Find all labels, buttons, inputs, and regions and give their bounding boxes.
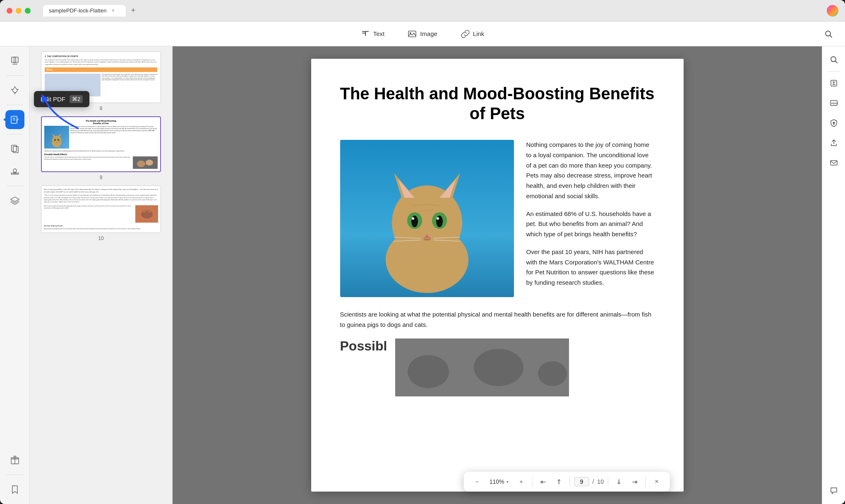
thumbnail-page-10[interactable]: Still, it's truly impossible to solve th… bbox=[35, 185, 167, 241]
thumbnail-num-9: 9 bbox=[100, 175, 103, 180]
svg-point-50 bbox=[412, 217, 414, 220]
zoom-selector[interactable]: 110% ▾ bbox=[486, 478, 512, 485]
tooltip-shortcut: ⌘2 bbox=[70, 95, 83, 103]
right-toolbar: PDF/A bbox=[822, 46, 845, 504]
svg-point-25 bbox=[54, 139, 56, 141]
thumb-page10-animals-text: Many people with disabilities often have… bbox=[44, 228, 158, 230]
pdf-possible-image bbox=[395, 338, 569, 396]
svg-point-18 bbox=[13, 169, 17, 172]
first-page-button[interactable]: ⇤ bbox=[536, 475, 550, 488]
image-tool-icon bbox=[408, 29, 417, 38]
image-tool-button[interactable]: Image bbox=[403, 27, 442, 41]
thumb-bottom-text: Scientists are looking at what the poten… bbox=[44, 150, 158, 152]
email-button[interactable] bbox=[826, 154, 842, 171]
next-pages-button[interactable]: ⇓ bbox=[612, 475, 626, 488]
svg-point-60 bbox=[538, 361, 567, 386]
thumb-title-9: The Health and Mood-BoostingBenefits of … bbox=[44, 120, 158, 125]
protect-button[interactable] bbox=[826, 115, 842, 131]
pdf-text-column: Nothing compares to the joy of coming ho… bbox=[526, 140, 655, 297]
thumb-page10-body: Still, it's truly to answer this topic b… bbox=[44, 205, 134, 209]
thumb-text-9: Nothing compares to the joy of coming ho… bbox=[70, 126, 158, 149]
thumb-page10-quote: "There is so far answer about how a cat … bbox=[44, 194, 158, 203]
thumbnail-frame-10[interactable]: Still, it's truly impossible to solve th… bbox=[41, 185, 161, 233]
thumb-bottom-9: Scientists are looking at what the poten… bbox=[44, 150, 158, 169]
link-tool-icon bbox=[461, 29, 470, 38]
sidebar-reader-button[interactable] bbox=[5, 51, 24, 70]
zoom-out-button[interactable]: − bbox=[471, 475, 484, 488]
sidebar-stamp-button[interactable] bbox=[5, 162, 24, 181]
close-pagination-button[interactable]: × bbox=[650, 475, 663, 488]
comment-button[interactable] bbox=[826, 482, 842, 499]
sidebar-layers-button[interactable] bbox=[5, 191, 24, 210]
thumb-cat-image bbox=[44, 126, 69, 149]
prev-pages-button[interactable]: ⇑ bbox=[552, 475, 565, 488]
thumbnail-frame-9[interactable]: The Health and Mood-BoostingBenefits of … bbox=[41, 116, 161, 172]
zoom-in-button[interactable]: + bbox=[514, 475, 528, 488]
thumb-page8-desc: The composition of interest points, here… bbox=[102, 74, 158, 100]
pag-divider-1 bbox=[532, 477, 532, 487]
thumbnail-panel[interactable]: 3. THE COMPOSITION OF POINTS The composi… bbox=[30, 46, 173, 504]
sidebar-divider-3 bbox=[7, 134, 23, 134]
right-divider-1 bbox=[828, 71, 840, 72]
pdf-content-area[interactable]: The Health and Mood-Boosting Benefits of… bbox=[173, 46, 822, 504]
sidebar-divider-4 bbox=[7, 186, 23, 186]
edit-pdf-tooltip: Edit PDF ⌘2 bbox=[34, 91, 89, 107]
zoom-value: 110% bbox=[490, 478, 504, 485]
sidebar-highlight-button[interactable] bbox=[5, 81, 24, 100]
thumbnail-num-10: 10 bbox=[98, 235, 103, 241]
maximize-window-button[interactable] bbox=[25, 8, 31, 14]
tooltip-label: Edit PDF bbox=[41, 96, 65, 103]
thumb-page8-heading: 3. THE COMPOSITION OF POINTS bbox=[45, 55, 157, 58]
current-page-input[interactable] bbox=[574, 477, 589, 486]
svg-point-24 bbox=[52, 136, 62, 147]
text-tool-label: Text bbox=[373, 30, 385, 37]
text-tool-icon bbox=[361, 29, 370, 38]
svg-point-59 bbox=[474, 349, 523, 386]
thumb-content-9: The Health and Mood-BoostingBenefits of … bbox=[42, 117, 160, 171]
tab-bar: samplePDF-lock-Flatten × + bbox=[43, 5, 823, 17]
search-right-button[interactable] bbox=[826, 51, 842, 68]
close-window-button[interactable] bbox=[7, 8, 12, 14]
sidebar-page-button[interactable] bbox=[5, 139, 24, 158]
link-tool-button[interactable]: Link bbox=[456, 27, 490, 41]
pdf-page-9: The Health and Mood-Boosting Benefits of… bbox=[311, 59, 684, 492]
thumb-page10-image bbox=[135, 205, 158, 223]
active-tab[interactable]: samplePDF-lock-Flatten × bbox=[43, 5, 126, 17]
tab-close-button[interactable]: × bbox=[110, 7, 116, 14]
pdf-paragraph-3: Over the past 10 years, NIH has partnere… bbox=[526, 247, 655, 288]
svg-rect-7 bbox=[12, 57, 16, 62]
pdf-page-title: The Health and Mood-Boosting Benefits of… bbox=[340, 84, 655, 123]
sidebar-gift-button[interactable] bbox=[5, 451, 24, 470]
top-toolbar: Text Image Link bbox=[0, 22, 845, 46]
extract-button[interactable] bbox=[826, 75, 842, 91]
pdfai-button[interactable]: PDF/A bbox=[826, 95, 842, 111]
pdf-bottom-text: Scientists are looking at what the poten… bbox=[340, 310, 655, 330]
app-window: samplePDF-lock-Flatten × + Text bbox=[0, 0, 845, 504]
sidebar-edit-pdf-button[interactable] bbox=[5, 110, 24, 129]
svg-line-62 bbox=[835, 61, 837, 63]
thumb-possible-image bbox=[133, 156, 158, 169]
search-button-toolbar[interactable] bbox=[820, 26, 837, 42]
thumbnail-page-9[interactable]: The Health and Mood-BoostingBenefits of … bbox=[35, 116, 167, 180]
thumb-cols-9: Nothing compares to the joy of coming ho… bbox=[44, 126, 158, 149]
svg-point-37 bbox=[148, 209, 151, 213]
pdf-possible-text-area: Possibl bbox=[340, 338, 387, 354]
sidebar-bookmark-button[interactable] bbox=[5, 480, 24, 499]
new-tab-button[interactable]: + bbox=[127, 5, 139, 17]
total-pages: 10 bbox=[597, 478, 604, 485]
thumb-string-bar: String bbox=[45, 67, 157, 72]
pag-divider-2 bbox=[569, 477, 570, 487]
minimize-window-button[interactable] bbox=[16, 8, 22, 14]
thumb-possible-title: Possible Health Effects bbox=[44, 153, 158, 156]
text-tool-button[interactable]: Text bbox=[356, 27, 390, 41]
sidebar-divider-5 bbox=[7, 475, 23, 475]
image-tool-label: Image bbox=[420, 30, 437, 37]
thumb-content-10: Still, it's truly impossible to solve th… bbox=[41, 186, 161, 233]
share-button[interactable] bbox=[826, 134, 842, 151]
last-page-button[interactable]: ⇥ bbox=[628, 475, 641, 488]
titlebar: samplePDF-lock-Flatten × + bbox=[0, 0, 845, 22]
thumb-page8-text: The composition of colored points, here … bbox=[45, 59, 157, 66]
thumb-page10-content: Still, it's truly to answer this topic b… bbox=[44, 205, 158, 223]
svg-point-33 bbox=[146, 160, 153, 166]
pdf-possible-row: Possibl bbox=[340, 338, 655, 396]
